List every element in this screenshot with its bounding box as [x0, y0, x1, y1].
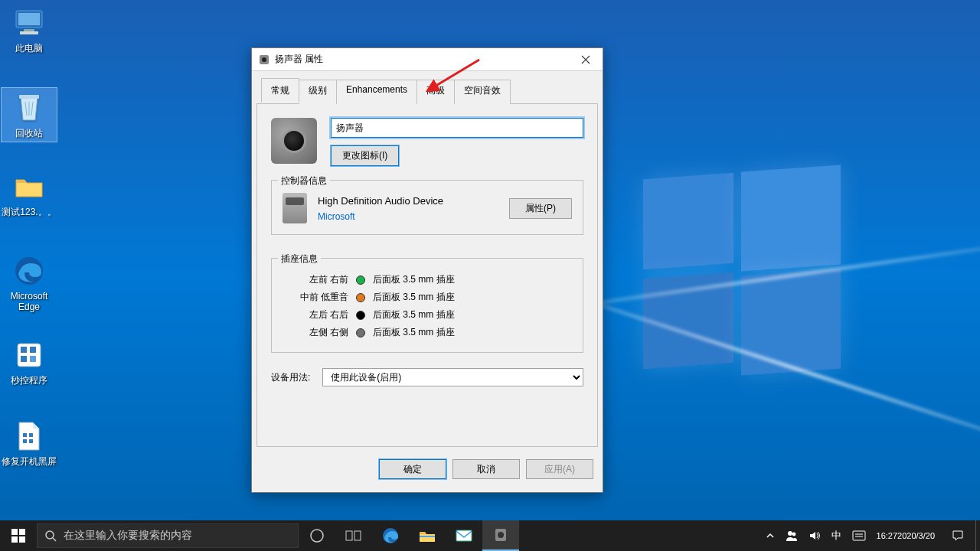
svg-rect-13: [23, 439, 27, 443]
recycle-bin-icon: [12, 91, 46, 125]
tab-general[interactable]: 常规: [261, 78, 299, 103]
svg-rect-1: [18, 13, 40, 25]
taskbar-item-sound-settings[interactable]: [482, 520, 519, 551]
jack-color-icon: [356, 311, 365, 320]
mail-icon: [455, 528, 473, 543]
svg-point-33: [792, 533, 795, 536]
tray-people[interactable]: [780, 520, 803, 551]
svg-rect-12: [29, 433, 33, 437]
notification-icon: [951, 529, 965, 543]
start-button[interactable]: [0, 520, 37, 551]
taskbar-search[interactable]: 在这里输入你要搜索的内容: [37, 523, 299, 548]
jack-channel-label: 左侧 右侧: [283, 326, 348, 339]
volume-icon: [808, 530, 821, 542]
desktop-icon-label: 修复开机黑屏: [2, 456, 57, 467]
jack-row: 左前 右前后面板 3.5 mm 插座: [283, 271, 572, 289]
desktop-icon-label: Microsoft Edge: [2, 291, 57, 312]
svg-rect-21: [19, 536, 25, 543]
desktop-icon-edge[interactable]: Microsoft Edge: [2, 254, 57, 312]
svg-rect-4: [19, 95, 39, 99]
clock-time: 16:27: [877, 531, 898, 541]
cortana-button[interactable]: [299, 520, 335, 551]
tab-levels[interactable]: 级别: [299, 80, 337, 104]
svg-line-23: [53, 538, 56, 541]
explorer-icon: [418, 527, 436, 544]
windows-logo-icon: [643, 176, 842, 375]
jack-channel-label: 中前 低重音: [283, 291, 348, 304]
close-button[interactable]: [568, 48, 603, 70]
device-large-icon: [271, 118, 317, 164]
change-icon-button[interactable]: 更改图标(I): [331, 145, 399, 166]
jack-row: 左侧 右侧后面板 3.5 mm 插座: [283, 324, 572, 341]
svg-point-24: [311, 530, 323, 542]
svg-point-22: [46, 531, 54, 539]
desktop-icon-label: 回收站: [2, 128, 57, 139]
jack-color-icon: [356, 276, 365, 285]
apply-button[interactable]: 应用(A): [526, 459, 593, 479]
tray-keyboard[interactable]: [847, 520, 871, 551]
svg-rect-19: [19, 529, 25, 535]
desktop-icon-label: 此电脑: [2, 43, 57, 54]
desktop-icon-label: 秒控程序: [2, 375, 57, 386]
tray-notifications[interactable]: [940, 520, 975, 551]
device-name-input[interactable]: [331, 118, 583, 138]
jack-description: 后面板 3.5 mm 插座: [373, 273, 572, 286]
windows-start-icon: [11, 529, 25, 543]
taskbar-item-explorer[interactable]: [409, 520, 446, 551]
svg-rect-14: [29, 439, 33, 443]
search-placeholder: 在这里输入你要搜索的内容: [64, 529, 192, 543]
tray-clock[interactable]: 16:27 2020/3/20: [871, 520, 940, 551]
svg-rect-28: [420, 536, 435, 537]
svg-rect-2: [24, 29, 34, 31]
svg-rect-3: [20, 31, 38, 34]
jack-channel-label: 左前 右前: [283, 273, 348, 286]
tab-panel-general: 更改图标(I) 控制器信息 High Definition Audio Devi…: [256, 104, 598, 447]
controller-vendor-link[interactable]: Microsoft: [318, 211, 443, 222]
svg-rect-34: [853, 531, 865, 540]
dialog-buttons: 确定 取消 应用(A): [252, 452, 603, 488]
desktop-icon-folder[interactable]: 测试123.。。: [2, 170, 57, 217]
tab-advanced[interactable]: 高级: [417, 80, 455, 104]
svg-point-31: [498, 532, 504, 538]
desktop-icon-repair[interactable]: 修复开机黑屏: [2, 419, 57, 467]
tray-volume[interactable]: [803, 520, 826, 551]
cancel-button[interactable]: 取消: [452, 459, 520, 479]
document-icon: [12, 419, 46, 453]
svg-rect-7: [21, 347, 27, 353]
svg-rect-11: [23, 433, 27, 437]
device-usage-select[interactable]: 使用此设备(启用): [322, 368, 583, 386]
tab-spatial-sound[interactable]: 空间音效: [455, 80, 511, 104]
folder-icon: [12, 170, 46, 204]
speaker-properties-dialog: 扬声器 属性 常规 级别 Enhancements 高级 空间音效 更改图标(I…: [251, 47, 603, 493]
device-usage-label: 设备用法:: [271, 371, 310, 384]
jack-row: 中前 低重音后面板 3.5 mm 插座: [283, 289, 572, 306]
speaker-icon: [258, 54, 270, 66]
svg-point-16: [262, 57, 266, 62]
tray-ime[interactable]: 中: [826, 520, 847, 551]
show-desktop-button[interactable]: [975, 520, 980, 551]
svg-rect-20: [11, 536, 18, 543]
svg-rect-10: [30, 356, 36, 362]
desktop-icon-program[interactable]: 秒控程序: [2, 338, 57, 386]
controller-name: High Definition Audio Device: [318, 195, 443, 207]
desktop-icon-this-pc[interactable]: 此电脑: [2, 6, 57, 54]
jack-group-label: 插座信息: [278, 253, 321, 266]
svg-point-32: [788, 531, 792, 536]
controller-info-group: 控制器信息 High Definition Audio Device Micro…: [271, 180, 583, 235]
dialog-titlebar[interactable]: 扬声器 属性: [252, 48, 603, 71]
task-view-button[interactable]: [335, 520, 372, 551]
cortana-icon: [309, 528, 325, 543]
controller-properties-button[interactable]: 属性(P): [509, 198, 572, 219]
taskbar-item-mail[interactable]: [446, 520, 482, 551]
desktop-icon-label: 测试123.。。: [2, 207, 57, 217]
svg-rect-26: [354, 531, 361, 540]
ok-button[interactable]: 确定: [379, 459, 446, 479]
taskbar-item-edge[interactable]: [372, 520, 409, 551]
speaker-settings-icon: [492, 527, 509, 543]
controller-icon: [283, 193, 307, 223]
dialog-title: 扬声器 属性: [275, 53, 568, 66]
close-icon: [581, 55, 590, 64]
desktop-icon-recycle-bin[interactable]: 回收站: [2, 88, 57, 142]
tab-enhancements[interactable]: Enhancements: [337, 80, 417, 104]
tray-show-hidden[interactable]: [760, 520, 780, 551]
